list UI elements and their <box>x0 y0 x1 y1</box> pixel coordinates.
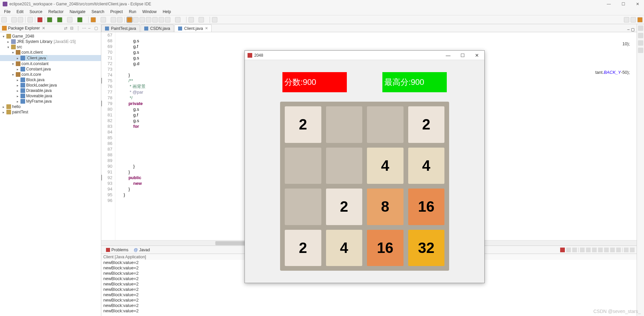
search-icon[interactable] <box>624 17 629 22</box>
game-maximize-button[interactable]: ☐ <box>458 52 468 59</box>
view-menu-button[interactable]: ⋯ <box>82 26 87 31</box>
open-task-button[interactable] <box>117 17 122 22</box>
minimize-editor-button[interactable]: – <box>627 27 630 32</box>
pin-editor-button[interactable] <box>212 17 217 22</box>
back-button[interactable] <box>189 17 194 22</box>
java-app-icon <box>248 53 252 58</box>
tree-file-blockloader[interactable]: ▸BlockLoader.java <box>0 83 101 88</box>
cell-0-0: 2 <box>285 106 321 143</box>
java-perspective-button[interactable] <box>637 17 643 22</box>
maximize-editor-button[interactable]: ▢ <box>631 27 635 32</box>
tree-package-client[interactable]: ▾com.it.client <box>0 50 101 55</box>
minimize-console-button[interactable] <box>624 248 629 252</box>
minimap-button[interactable] <box>638 48 643 53</box>
menu-edit[interactable]: Edit <box>14 9 26 15</box>
focus-tool-button[interactable]: ⋮ <box>76 26 81 31</box>
remove-terminated-button[interactable] <box>566 248 571 252</box>
window-minimize-button[interactable]: — <box>605 1 613 7</box>
menu-search[interactable]: Search <box>89 9 107 15</box>
tree-file-client[interactable]: ▸Client.java <box>0 55 101 61</box>
step-over-button[interactable] <box>146 17 151 22</box>
tree-package-core[interactable]: ▾com.it.core <box>0 72 101 77</box>
close-tab-button[interactable]: ✕ <box>205 26 208 31</box>
open-perspective-button[interactable] <box>631 17 636 22</box>
tree-package-constant[interactable]: ▾com.it.constant <box>0 61 101 66</box>
menu-help[interactable]: Help <box>160 9 174 15</box>
close-view-button[interactable]: ✕ <box>42 26 45 31</box>
cell-1-1 <box>326 148 363 184</box>
save-all-button[interactable] <box>18 17 23 22</box>
tree-file-moveable[interactable]: ▸Moveable.java <box>0 93 101 99</box>
remove-all-terminated-button[interactable] <box>572 248 577 252</box>
window-maximize-button[interactable]: ☐ <box>620 1 627 7</box>
tab-csdn[interactable]: CSDN.java <box>141 24 174 32</box>
link-editor-button[interactable]: ⇄ <box>64 26 69 31</box>
terminate-button[interactable] <box>37 17 43 22</box>
tree-file-constant[interactable]: ▸Constant.java <box>0 66 101 72</box>
terminate-console-button[interactable] <box>560 248 565 252</box>
menu-project[interactable]: Project <box>108 9 125 15</box>
suspend-button[interactable] <box>165 17 170 22</box>
tree-file-myframe[interactable]: ▸MyFrame.java <box>0 99 101 104</box>
game-window-titlebar[interactable]: 2048 — ☐ ✕ <box>245 51 484 60</box>
game-minimize-button[interactable]: — <box>443 52 453 59</box>
menu-navigate[interactable]: Navigate <box>67 9 88 15</box>
coverage-button[interactable] <box>67 17 72 22</box>
run-last-button[interactable] <box>77 17 83 22</box>
clear-console-button[interactable] <box>580 248 585 252</box>
new-package-button[interactable] <box>91 17 96 22</box>
window-close-button[interactable]: ✕ <box>634 1 641 7</box>
window-titlebar: eclipse2021_workspace - Game_2048/src/co… <box>0 0 644 8</box>
new-console-button[interactable] <box>616 248 621 252</box>
tree-file-block[interactable]: ▸Block.java <box>0 77 101 83</box>
open-console-button[interactable] <box>610 248 615 252</box>
collapse-all-button[interactable]: ⊟ <box>70 26 75 31</box>
tab-client[interactable]: Client.java✕ <box>174 24 212 32</box>
step-return-button[interactable] <box>152 17 158 22</box>
outline-view-button[interactable] <box>638 25 643 31</box>
run-button[interactable] <box>57 17 62 22</box>
tree-project-painttest[interactable]: ▸paintTest <box>0 109 101 115</box>
package-explorer-view: Package Explorer ✕ ⇄ ⊟ ⋮ ⋯ – ▢ ▾Game_204… <box>0 24 101 316</box>
tree-project-game2048[interactable]: ▾Game_2048 <box>0 34 101 39</box>
word-wrap-button[interactable] <box>592 248 597 252</box>
display-console-button[interactable] <box>604 248 609 252</box>
menu-source[interactable]: Source <box>27 9 45 15</box>
tree-file-drawable[interactable]: ▸Drawable.java <box>0 88 101 93</box>
drop-frame-button[interactable] <box>175 17 180 22</box>
game-window-2048[interactable]: 2048 — ☐ ✕ 分数:900 最高分:900 2 2 <box>245 50 485 283</box>
editor-tab-bar: PaintTest.java CSDN.java Client.java✕ – … <box>101 24 637 32</box>
menu-run[interactable]: Run <box>126 9 139 15</box>
game-close-button[interactable]: ✕ <box>472 52 482 59</box>
minimize-view-button[interactable]: – <box>88 26 93 31</box>
code-right-fragment: 10); tant.BACK_Y-50); <box>595 41 630 75</box>
coverage-view-button[interactable] <box>638 40 643 46</box>
toggle-breakpoint-button[interactable] <box>127 17 132 22</box>
menu-file[interactable]: File <box>1 9 13 15</box>
menu-window[interactable]: Window <box>140 9 159 15</box>
game-board[interactable]: 2 2 4 4 2 8 16 2 4 16 32 <box>280 102 449 271</box>
skip-breakpoints-button[interactable] <box>133 17 139 22</box>
task-list-button[interactable] <box>638 33 643 38</box>
tab-painttest[interactable]: PaintTest.java <box>101 24 140 32</box>
debug-button[interactable] <box>47 17 52 22</box>
step-into-button[interactable] <box>140 17 145 22</box>
tab-problems[interactable]: Problems <box>103 248 131 252</box>
pin-console-button[interactable] <box>598 248 603 252</box>
menu-refactor[interactable]: Refactor <box>46 9 66 15</box>
tree-jre-library[interactable]: ▸JRE System Library[JavaSE-15] <box>0 39 101 44</box>
forward-button[interactable] <box>199 17 204 22</box>
tree-src-folder[interactable]: ▾src <box>0 44 101 50</box>
scroll-lock-button[interactable] <box>586 248 591 252</box>
maximize-console-button[interactable] <box>630 248 635 252</box>
new-class-button[interactable] <box>101 17 106 22</box>
new-button[interactable] <box>1 17 7 22</box>
open-type-button[interactable] <box>28 17 33 22</box>
tree-project-hello[interactable]: ▸hello <box>0 104 101 109</box>
tab-javadoc[interactable]: @Javad <box>131 248 153 252</box>
save-button[interactable] <box>11 17 17 22</box>
project-tree[interactable]: ▾Game_2048 ▸JRE System Library[JavaSE-15… <box>0 32 101 316</box>
maximize-view-button[interactable]: ▢ <box>94 26 99 31</box>
new-folder-button[interactable] <box>111 17 116 22</box>
resume-button[interactable] <box>159 17 164 22</box>
